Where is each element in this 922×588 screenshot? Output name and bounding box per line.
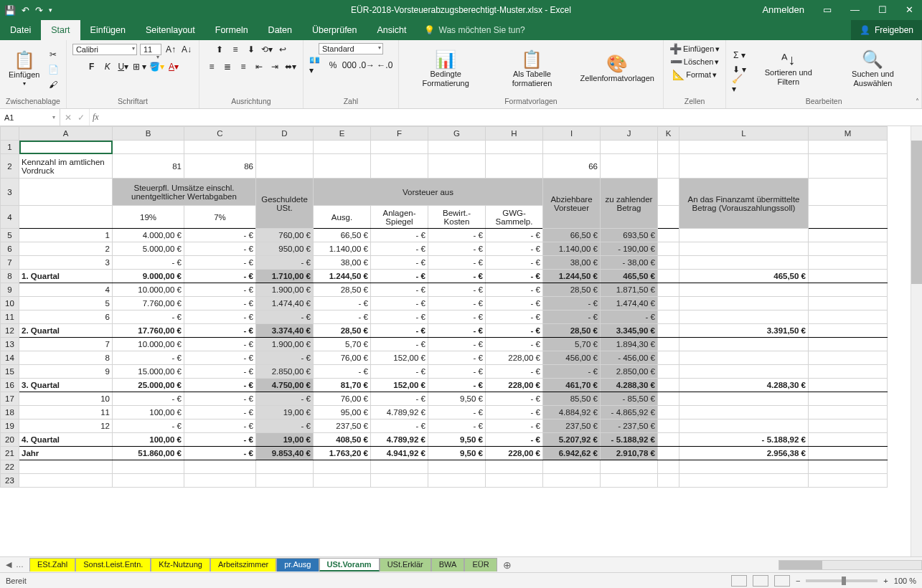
fill-color-icon[interactable]: 🪣▾	[149, 60, 164, 73]
cell[interactable]	[601, 141, 658, 154]
sheet-tab[interactable]: Arbeitszimmer	[210, 558, 276, 572]
comma-icon[interactable]: 000	[342, 59, 356, 72]
align-left-icon[interactable]: ≡	[205, 60, 218, 73]
sheet-tab[interactable]: pr.Ausg	[276, 558, 319, 572]
vertical-scrollbar[interactable]	[911, 126, 922, 556]
undo-icon[interactable]: ↶	[22, 5, 29, 16]
col-header[interactable]: A	[19, 127, 113, 141]
view-page-break-icon[interactable]	[774, 575, 790, 587]
wrap-text-icon[interactable]: ↩	[276, 43, 289, 56]
format-painter-icon[interactable]: 🖌	[47, 78, 60, 91]
sheet-tab[interactable]: USt.Erklär	[380, 558, 431, 572]
number-format-select[interactable]: Standard	[319, 43, 383, 54]
tab-ansicht[interactable]: Ansicht	[367, 20, 417, 40]
zoom-in-icon[interactable]: +	[883, 577, 888, 585]
tab-datei[interactable]: Datei	[0, 20, 41, 40]
row-header[interactable]: 1	[1, 141, 19, 154]
cell[interactable]	[428, 141, 486, 154]
inc-decimal-icon[interactable]: .0→	[359, 59, 374, 72]
cell[interactable]	[543, 141, 601, 154]
tab-formeln[interactable]: Formeln	[205, 20, 258, 40]
sign-in-button[interactable]: Anmelden	[753, 0, 813, 20]
tab-ueberpruefen[interactable]: Überprüfen	[302, 20, 367, 40]
sheet-tab[interactable]: USt.Voranm	[319, 558, 380, 572]
cell-styles-button[interactable]: 🎨Zellenformatvorlagen	[578, 54, 657, 84]
sheet-tab[interactable]: ESt.Zahl	[29, 558, 75, 572]
cell[interactable]	[486, 141, 543, 154]
cut-icon[interactable]: ✂	[47, 48, 60, 61]
tab-seitenlayout[interactable]: Seitenlayout	[136, 20, 205, 40]
sort-filter-button[interactable]: ᴬ↓Sortieren und Filtern	[751, 51, 826, 87]
minimize-icon[interactable]: —	[842, 0, 868, 20]
cell[interactable]	[19, 141, 113, 154]
spreadsheet-grid[interactable]: ABCDEFGHIJKLM12 Kennzahl im amtlichen Vo…	[0, 126, 922, 556]
align-top-icon[interactable]: ⬆	[213, 43, 226, 56]
col-header[interactable]: C	[184, 127, 256, 141]
col-header[interactable]: H	[486, 127, 543, 141]
percent-icon[interactable]: %	[326, 59, 339, 72]
font-size-select[interactable]: 11	[140, 44, 161, 55]
col-header[interactable]: F	[371, 127, 428, 141]
sheet-tab[interactable]: EÜR	[464, 558, 497, 572]
view-normal-icon[interactable]	[731, 575, 747, 587]
cell[interactable]	[113, 141, 184, 154]
sheet-nav-first-icon[interactable]: ◀	[6, 560, 11, 569]
fx-icon[interactable]: fx	[90, 112, 102, 123]
col-header[interactable]: L	[679, 127, 809, 141]
cell[interactable]	[314, 141, 371, 154]
col-header[interactable]: K	[658, 127, 679, 141]
zoom-level[interactable]: 100 %	[894, 577, 916, 585]
find-select-button[interactable]: 🔍Suchen und Auswählen	[830, 49, 916, 88]
paste-button[interactable]: 📋Einfügen▾	[6, 50, 42, 88]
cell[interactable]	[256, 141, 314, 154]
cancel-formula-icon[interactable]: ✕	[65, 113, 72, 123]
bold-icon[interactable]: F	[85, 60, 98, 73]
sheet-tab[interactable]: BWA	[431, 558, 465, 572]
col-header[interactable]: E	[314, 127, 371, 141]
collapse-ribbon-icon[interactable]: ˄	[916, 98, 919, 105]
italic-icon[interactable]: K	[101, 60, 114, 73]
zoom-slider[interactable]	[806, 579, 878, 582]
col-header[interactable]: J	[601, 127, 658, 141]
indent-inc-icon[interactable]: ⇥	[268, 60, 281, 73]
col-header[interactable]: I	[543, 127, 601, 141]
align-right-icon[interactable]: ≡	[237, 60, 250, 73]
decrease-font-icon[interactable]: A↓	[180, 43, 193, 56]
col-header[interactable]: D	[256, 127, 314, 141]
tell-me-input[interactable]: Was möchten Sie tun?	[417, 20, 532, 40]
tab-start[interactable]: Start	[41, 20, 80, 40]
add-sheet-icon[interactable]: ⊕	[497, 559, 517, 571]
cell[interactable]	[658, 141, 679, 154]
format-cells-button[interactable]: 📐Format ▾	[672, 69, 717, 80]
autosum-icon[interactable]: Σ ▾	[732, 49, 746, 62]
clear-icon[interactable]: 🧹▾	[732, 77, 746, 90]
font-color-icon[interactable]: A▾	[167, 60, 180, 73]
cell[interactable]	[184, 141, 256, 154]
underline-icon[interactable]: U ▾	[117, 60, 130, 73]
enter-formula-icon[interactable]: ✓	[77, 113, 85, 123]
col-header[interactable]: M	[809, 127, 888, 141]
tab-daten[interactable]: Daten	[258, 20, 302, 40]
share-button[interactable]: 👤 Freigeben	[851, 20, 922, 40]
formula-input[interactable]	[102, 109, 922, 125]
zoom-out-icon[interactable]: −	[796, 577, 800, 585]
redo-icon[interactable]: ↷	[35, 5, 43, 16]
orientation-icon[interactable]: ⟲▾	[260, 43, 273, 56]
cell[interactable]	[679, 141, 809, 154]
col-header[interactable]: G	[428, 127, 486, 141]
currency-icon[interactable]: 💶▾	[309, 59, 324, 72]
maximize-icon[interactable]: ☐	[870, 0, 895, 20]
border-icon[interactable]: ⊞ ▾	[133, 60, 146, 73]
sheet-nav-more-icon[interactable]: …	[16, 560, 24, 569]
insert-cells-button[interactable]: ➕Einfügen ▾	[669, 43, 720, 54]
save-icon[interactable]: 💾	[4, 5, 16, 16]
increase-font-icon[interactable]: A↑	[164, 43, 177, 56]
name-box[interactable]: A1	[0, 109, 60, 125]
close-icon[interactable]: ✕	[897, 0, 922, 20]
qat-more-icon[interactable]: ▾	[49, 6, 52, 14]
format-as-table-button[interactable]: 📋Als Tabelle formatieren	[491, 49, 573, 88]
delete-cells-button[interactable]: ➖Löschen ▾	[670, 56, 720, 67]
cell[interactable]	[809, 141, 888, 154]
font-name-select[interactable]: Calibri	[72, 44, 137, 55]
align-bottom-icon[interactable]: ⬇	[245, 43, 258, 56]
